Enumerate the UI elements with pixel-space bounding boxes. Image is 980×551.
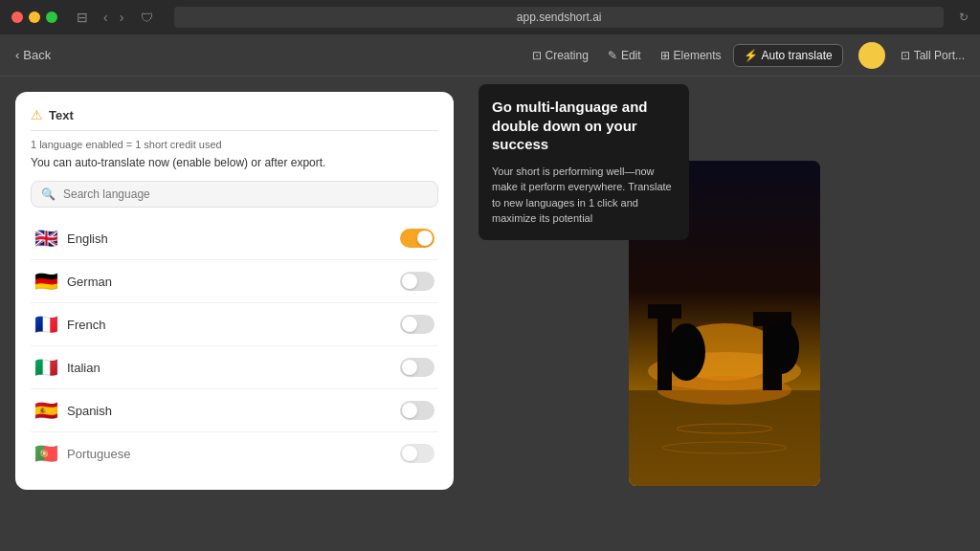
language-name-italian: Italian	[67, 361, 400, 375]
translate-icon: ⚡	[744, 49, 758, 62]
back-arrow-icon[interactable]: ‹	[100, 8, 112, 27]
flag-english: 🇬🇧	[34, 227, 57, 250]
language-item-spanish[interactable]: 🇪🇸 Spanish	[31, 389, 438, 432]
card-title: Text	[49, 108, 74, 122]
url-text: app.sendshort.ai	[517, 11, 602, 24]
toggle-german[interactable]	[400, 272, 434, 291]
top-nav: ‹ Back ⊡ Creating ✎ Edit ⊞ Elements ⚡ Au…	[0, 34, 980, 77]
elements-button[interactable]: ⊞ Elements	[653, 45, 729, 66]
flag-french: 🇫🇷	[34, 313, 57, 336]
creating-button[interactable]: ⊡ Creating	[524, 45, 596, 66]
reload-icon[interactable]: ↻	[959, 11, 969, 24]
tall-port-button[interactable]: ⊡ Tall Port...	[901, 49, 965, 62]
edit-icon: ✎	[608, 49, 617, 62]
toggle-spanish[interactable]	[400, 401, 434, 420]
tooltip-body: Your short is performing well—now make i…	[492, 164, 676, 227]
left-panel: ⚠ Text 1 language enabled = 1 short cred…	[0, 77, 469, 551]
language-name-german: German	[67, 275, 400, 289]
flag-spanish: 🇪🇸	[34, 399, 57, 422]
language-name-spanish: Spanish	[67, 404, 400, 418]
language-item-italian[interactable]: 🇮🇹 Italian	[31, 346, 438, 389]
svg-point-10	[765, 320, 799, 374]
toggle-italian[interactable]	[400, 358, 434, 377]
tooltip-popup: Go multi-language and double down on you…	[479, 84, 689, 240]
toggle-portuguese[interactable]	[400, 444, 434, 463]
minimize-button[interactable]	[29, 11, 40, 23]
language-list: 🇬🇧 English 🇩🇪 German 🇫🇷 French	[31, 217, 438, 474]
browser-chrome: ⊟ ‹ › 🛡 app.sendshort.ai ↻	[0, 0, 980, 34]
elements-label: Elements	[674, 49, 722, 62]
sidebar-toggle-icon[interactable]: ⊟	[73, 8, 92, 27]
address-bar[interactable]: app.sendshort.ai	[174, 7, 944, 28]
tooltip-title: Go multi-language and double down on you…	[492, 98, 676, 154]
flag-german: 🇩🇪	[34, 270, 57, 293]
credit-info: 1 language enabled = 1 short credit used	[31, 139, 438, 150]
edit-label: Edit	[621, 49, 641, 62]
language-item-german[interactable]: 🇩🇪 German	[31, 260, 438, 303]
language-name-portuguese: Portuguese	[67, 447, 400, 461]
text-icon: ⚠	[31, 107, 43, 122]
search-bar: 🔍	[31, 181, 438, 208]
elements-icon: ⊞	[660, 49, 670, 62]
right-area: Go multi-language and double down on you…	[469, 77, 980, 551]
maximize-button[interactable]	[46, 11, 57, 23]
language-item-portuguese[interactable]: 🇵🇹 Portuguese	[31, 432, 438, 474]
language-card: ⚠ Text 1 language enabled = 1 short cred…	[15, 92, 454, 490]
creating-label: Creating	[546, 49, 589, 62]
main-area: ⚠ Text 1 language enabled = 1 short cred…	[0, 77, 980, 551]
toggle-english[interactable]	[400, 229, 434, 248]
creating-icon: ⊡	[532, 49, 542, 62]
flag-portuguese: 🇵🇹	[34, 442, 57, 465]
app-content: ‹ Back ⊡ Creating ✎ Edit ⊞ Elements ⚡ Au…	[0, 34, 980, 551]
language-item-english[interactable]: 🇬🇧 English	[31, 217, 438, 260]
card-header: ⚠ Text	[31, 107, 438, 131]
search-input[interactable]	[63, 187, 428, 201]
language-name-french: French	[67, 318, 400, 332]
svg-rect-6	[648, 304, 681, 319]
tall-port-icon: ⊡	[901, 49, 910, 62]
close-button[interactable]	[11, 11, 23, 23]
nav-arrows: ‹ ›	[100, 8, 127, 27]
toggle-french[interactable]	[400, 315, 434, 334]
auto-translate-label: Auto translate	[762, 49, 833, 62]
auto-translate-button[interactable]: ⚡ Auto translate	[733, 44, 843, 67]
search-icon: 🔍	[41, 187, 56, 201]
back-chevron-icon: ‹	[15, 48, 19, 62]
user-avatar[interactable]	[858, 42, 885, 69]
privacy-icon: 🛡	[141, 11, 153, 25]
export-info: You can auto-translate now (enable below…	[31, 156, 438, 169]
back-label: Back	[23, 48, 51, 62]
flag-italian: 🇮🇹	[34, 356, 57, 379]
tall-port-label: Tall Port...	[914, 49, 965, 62]
traffic-lights	[11, 11, 57, 23]
forward-arrow-icon[interactable]: ›	[116, 8, 128, 27]
back-button[interactable]: ‹ Back	[15, 48, 51, 62]
svg-point-9	[667, 323, 705, 381]
edit-button[interactable]: ✎ Edit	[600, 45, 649, 66]
language-item-french[interactable]: 🇫🇷 French	[31, 303, 438, 346]
nav-tools: ⊡ Creating ✎ Edit ⊞ Elements ⚡ Auto tran…	[524, 44, 843, 67]
language-name-english: English	[67, 231, 400, 246]
